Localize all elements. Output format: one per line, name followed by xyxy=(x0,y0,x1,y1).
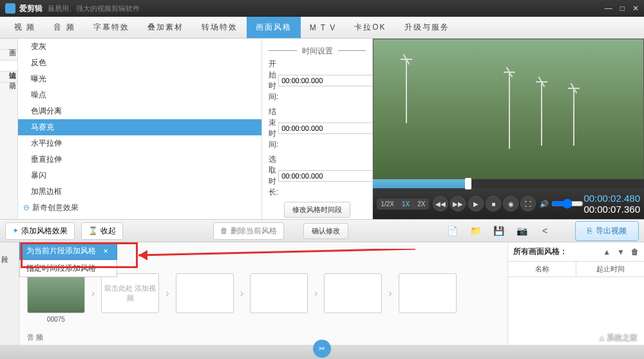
delete-icon[interactable]: 🗑 xyxy=(631,247,639,257)
settings-panel: 时间设置 开始时间: 结束时间: 选取时长: 修改风格时间段 效果设置 柔和过渡… xyxy=(262,39,374,219)
speed-2x-button[interactable]: 2X xyxy=(413,199,429,209)
sparkle-icon: ✦ xyxy=(12,226,19,235)
speed-1x-button[interactable]: 1X xyxy=(398,199,413,209)
share-button[interactable]: < xyxy=(538,224,552,238)
collapse-icon: ⌛ xyxy=(88,226,98,235)
close-menu-icon[interactable]: ✕ xyxy=(101,247,110,256)
add-clip-placeholder[interactable]: 双击此处 添加视频 xyxy=(101,273,159,313)
tab-6[interactable]: M T V xyxy=(301,17,346,38)
titlebar: 爱剪辑 最易用、强大的视频剪辑软件 — □ ✕ xyxy=(0,0,644,17)
tab-8[interactable]: 升级与服务 xyxy=(395,17,459,38)
watermark: ⌂系统之家 xyxy=(600,333,638,344)
effect-item[interactable]: 加黑边框 xyxy=(18,184,261,200)
action-toolbar: ✦添加风格效果 ⌛收起 🗑删除当前风格 确认修改 📄 📁 💾 📷 < ⎘导出视频 xyxy=(0,219,644,242)
volume-icon: 🔊 xyxy=(540,200,549,208)
effect-group[interactable]: 布艺效果 xyxy=(18,216,261,219)
preview-area: 1/2X 1X 2X ◀◀ ▶▶ ▶ ■ ◉ ⛶ 🔊 00:00:02.480 … xyxy=(373,39,644,219)
playback-controls: 1/2X 1X 2X ◀◀ ▶▶ ▶ ■ ◉ ⛶ 🔊 00:00:02.480 … xyxy=(373,188,644,219)
side-tab-1[interactable]: 美化 xyxy=(0,50,17,61)
bottom-bar: ✂ xyxy=(0,345,644,359)
style-name-col: 名称 xyxy=(508,262,576,277)
empty-clip[interactable] xyxy=(324,273,382,313)
confirm-modify-button[interactable]: 确认修改 xyxy=(303,223,348,239)
stop-button[interactable]: ■ xyxy=(486,196,501,211)
export-icon: ⎘ xyxy=(587,226,592,235)
next-frame-button[interactable]: ▶▶ xyxy=(450,196,466,211)
timeline: 为当前片段添加风格✕ 指定时间段添加风格 00075 › 双击此处 添加视频 ›… xyxy=(19,242,507,358)
empty-clip[interactable] xyxy=(399,273,457,313)
end-time-input[interactable] xyxy=(278,122,373,134)
timeline-sidebar: 片段 xyxy=(0,242,19,358)
empty-clip[interactable] xyxy=(250,273,308,313)
start-time-input[interactable] xyxy=(278,75,373,86)
cut-button[interactable]: ✂ xyxy=(313,340,331,358)
speed-half-button[interactable]: 1/2X xyxy=(377,199,398,209)
start-time-label: 开始时间: xyxy=(269,59,278,102)
tab-5[interactable]: 画面风格 xyxy=(247,17,301,38)
video-preview[interactable] xyxy=(373,39,644,179)
clip-row: 00075 › 双击此处 添加视频 › › › › xyxy=(27,273,502,313)
effect-item[interactable]: 垂直拉伸 xyxy=(18,151,261,168)
effect-item[interactable]: 曝光 xyxy=(18,71,261,87)
app-logo xyxy=(5,3,15,14)
tab-4[interactable]: 转场特效 xyxy=(193,17,247,38)
clip-arrow-icon: › xyxy=(91,287,95,299)
close-button[interactable]: ✕ xyxy=(632,4,639,13)
tab-1[interactable]: 音 频 xyxy=(44,17,84,38)
snapshot-button[interactable]: 📷 xyxy=(515,224,529,238)
total-time: 00:00:07.360 xyxy=(583,204,640,215)
effect-list[interactable]: 变灰反色曝光噪点色调分离马赛克水平拉伸垂直拉伸暴闪加黑边框新奇创意效果布艺效果 xyxy=(18,39,262,219)
end-time-label: 结束时间: xyxy=(269,106,278,150)
time-settings-title: 时间设置 xyxy=(269,50,366,51)
prev-frame-button[interactable]: ◀◀ xyxy=(433,196,448,211)
effect-group[interactable]: 新奇创意效果 xyxy=(18,200,261,216)
empty-clip[interactable] xyxy=(176,273,234,313)
effect-item[interactable]: 噪点 xyxy=(18,87,261,103)
duration-label: 选取时长: xyxy=(269,154,278,198)
audio-track-label: 音 频 xyxy=(27,333,502,342)
side-tab-0[interactable]: 画面 xyxy=(0,39,17,50)
duration-input[interactable] xyxy=(278,170,373,182)
clip-thumb[interactable]: 00075 xyxy=(27,273,85,313)
effect-item[interactable]: 马赛克 xyxy=(18,119,261,135)
move-down-icon[interactable]: ▼ xyxy=(617,247,625,257)
trash-icon: 🗑 xyxy=(220,226,228,235)
tab-7[interactable]: 卡拉OK xyxy=(345,17,395,38)
delete-style-button[interactable]: 🗑删除当前风格 xyxy=(213,222,284,240)
collapse-button[interactable]: ⌛收起 xyxy=(81,222,123,240)
app-name: 爱剪辑 xyxy=(19,3,43,14)
main-tabs: 视 频音 频字幕特效叠加素材转场特效画面风格M T V卡拉OK升级与服务 xyxy=(0,17,644,39)
style-time-col: 起止时间 xyxy=(576,262,644,277)
open-button[interactable]: 📁 xyxy=(468,224,482,238)
effect-item[interactable]: 色调分离 xyxy=(18,103,261,119)
effect-item[interactable]: 反色 xyxy=(18,55,261,71)
tab-0[interactable]: 视 频 xyxy=(5,17,44,38)
add-style-current-clip[interactable]: 为当前片段添加风格✕ xyxy=(19,242,117,260)
effect-item[interactable]: 水平拉伸 xyxy=(18,135,261,151)
minimize-button[interactable]: — xyxy=(605,4,612,13)
tab-3[interactable]: 叠加素材 xyxy=(138,17,193,38)
segment-tab[interactable]: 片段 xyxy=(0,242,10,258)
add-style-button[interactable]: ✦添加风格效果 xyxy=(5,222,75,240)
effect-item[interactable]: 变灰 xyxy=(18,39,261,55)
tab-2[interactable]: 字幕特效 xyxy=(84,17,138,38)
new-button[interactable]: 📄 xyxy=(445,224,459,238)
move-up-icon[interactable]: ▲ xyxy=(603,247,611,257)
fullscreen-button[interactable]: ⛶ xyxy=(520,196,536,211)
volume-slider[interactable] xyxy=(551,199,583,209)
export-video-button[interactable]: ⎘导出视频 xyxy=(575,221,639,241)
svg-marker-1 xyxy=(138,250,147,260)
app-tagline: 最易用、强大的视频剪辑软件 xyxy=(48,4,140,14)
save-button[interactable]: 💾 xyxy=(491,224,506,238)
effect-item[interactable]: 暴闪 xyxy=(18,168,261,184)
side-tab-3[interactable]: 动景 xyxy=(0,72,17,82)
record-button[interactable]: ◉ xyxy=(503,196,518,211)
play-button[interactable]: ▶ xyxy=(468,196,484,211)
category-sidebar: 画面美化滤镜动景 xyxy=(0,39,18,219)
modify-time-button[interactable]: 修改风格时间段 xyxy=(284,202,350,218)
seekbar[interactable] xyxy=(373,179,644,188)
maximize-button[interactable]: □ xyxy=(620,4,625,13)
side-tab-2[interactable]: 滤镜 xyxy=(0,61,17,72)
add-style-time-range[interactable]: 指定时间段添加风格 xyxy=(19,260,117,277)
svg-line-0 xyxy=(138,249,415,255)
